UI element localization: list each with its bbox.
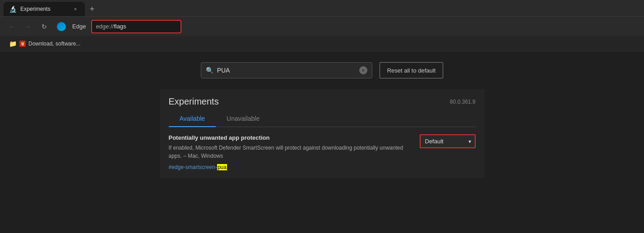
flag-link[interactable]: #edge-smartscreen-pua [169,164,227,170]
forward-button[interactable]: → [22,20,34,33]
address-path: flags [114,23,126,30]
tab-title: Experiments [20,6,68,12]
tab-icon: 🔬 [9,5,17,13]
forward-icon: → [25,23,31,30]
search-box[interactable]: 🔍 PUA × [201,62,372,78]
address-bar[interactable]: edge://flags [91,20,181,33]
panel-version: 80.0.361.9 [450,99,476,105]
search-input-value[interactable]: PUA [217,67,356,74]
reset-all-button[interactable]: Reset all to default [380,62,444,78]
experiments-panel: Experiments 80.0.361.9 Available Unavail… [160,89,485,178]
browser-name-label: Edge [72,23,86,30]
panel-title: Experiments [169,96,219,107]
flag-item: Potentially unwanted app protection If e… [160,127,485,178]
title-bar: 🔬 Experiments × + [0,0,644,16]
experiments-tab[interactable]: 🔬 Experiments × [4,2,85,16]
back-icon: ← [9,23,15,30]
bookmark-label: Download, software... [28,41,80,47]
back-button[interactable]: ← [5,20,18,33]
tab-area: 🔬 Experiments × + [0,0,99,16]
flag-link-highlight: pua [217,164,227,170]
flag-select-container: Default Enabled Disabled [421,135,475,147]
flag-description: If enabled, Microsoft Defender SmartScre… [169,144,411,160]
main-content: 🔍 PUA × Reset all to default Experiments… [0,51,644,233]
search-clear-button[interactable]: × [359,66,367,74]
tab-available[interactable]: Available [169,110,216,127]
edge-logo-icon [57,22,66,31]
bookmark-folder[interactable]: 📁 🦉 Download, software... [5,38,84,49]
puffin-icon: 🦉 [19,41,26,47]
flag-info: Potentially unwanted app protection If e… [169,134,411,171]
panel-header: Experiments 80.0.361.9 [160,89,485,110]
new-tab-button[interactable]: + [85,2,99,16]
tab-unavailable-label: Unavailable [227,115,259,122]
reload-icon: ↻ [42,23,47,30]
flag-name: Potentially unwanted app protection [169,134,411,141]
flag-link-text-before: #edge-smartscreen- [169,164,217,170]
search-icon: 🔍 [206,67,213,74]
flag-control: Default Enabled Disabled [420,134,476,148]
tab-unavailable[interactable]: Unavailable [216,110,270,127]
tab-available-label: Available [180,115,205,122]
tab-close-button[interactable]: × [71,5,79,13]
nav-bar: ← → ↻ Edge edge://flags [0,16,644,36]
folder-icon: 📁 [9,40,17,47]
bookmark-bar: 📁 🦉 Download, software... [0,36,644,51]
tab-navigation: Available Unavailable [169,110,476,127]
address-protocol: edge:// [96,23,114,30]
address-text: edge://flags [96,23,126,30]
search-row: 🔍 PUA × Reset all to default [119,62,525,78]
flag-select[interactable]: Default Enabled Disabled [421,135,475,147]
reload-button[interactable]: ↻ [38,20,51,33]
flag-select-wrapper: Default Enabled Disabled [420,134,476,148]
browser-logo [56,21,67,32]
